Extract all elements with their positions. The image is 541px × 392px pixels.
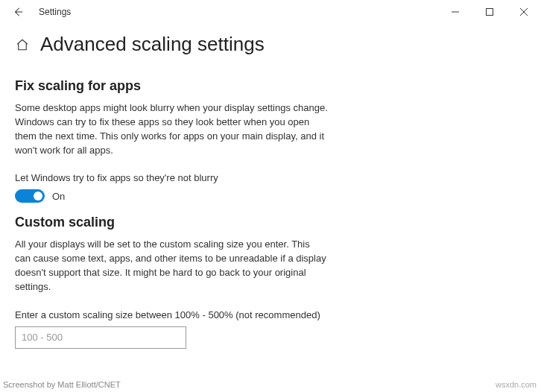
back-arrow-icon <box>13 7 23 17</box>
close-button[interactable] <box>507 0 541 24</box>
app-title: Settings <box>39 7 71 17</box>
custom-scaling-input-label: Enter a custom scaling size between 100%… <box>15 309 328 320</box>
toggle-state-text: On <box>52 191 65 202</box>
window-controls <box>438 0 541 24</box>
toggle-label: Let Windows try to fix apps so they're n… <box>15 172 328 183</box>
fix-scaling-toggle[interactable] <box>15 189 45 203</box>
custom-scaling-input[interactable] <box>15 326 186 349</box>
fix-scaling-heading: Fix scaling for apps <box>15 78 328 94</box>
screenshot-credit: Screenshot by Matt Elliott/CNET <box>3 380 121 389</box>
minimize-button[interactable] <box>438 0 472 24</box>
svg-rect-1 <box>487 9 493 16</box>
page-header: Advanced scaling settings <box>0 24 541 62</box>
home-icon <box>16 38 29 51</box>
maximize-icon <box>486 8 493 16</box>
watermark: wsxdn.com <box>496 380 537 389</box>
toggle-row: On <box>15 189 328 203</box>
fix-scaling-description: Some desktop apps might look blurry when… <box>15 101 328 157</box>
back-button[interactable] <box>6 0 30 24</box>
custom-scaling-description: All your displays will be set to the cus… <box>15 238 328 294</box>
close-icon <box>520 8 528 16</box>
titlebar: Settings <box>0 0 541 24</box>
content-area: Fix scaling for apps Some desktop apps m… <box>0 62 343 349</box>
home-button[interactable] <box>15 37 30 52</box>
maximize-button[interactable] <box>472 0 507 24</box>
toggle-knob <box>34 192 42 200</box>
minimize-icon <box>452 8 459 16</box>
custom-scaling-heading: Custom scaling <box>15 215 328 230</box>
page-title: Advanced scaling settings <box>40 33 265 56</box>
